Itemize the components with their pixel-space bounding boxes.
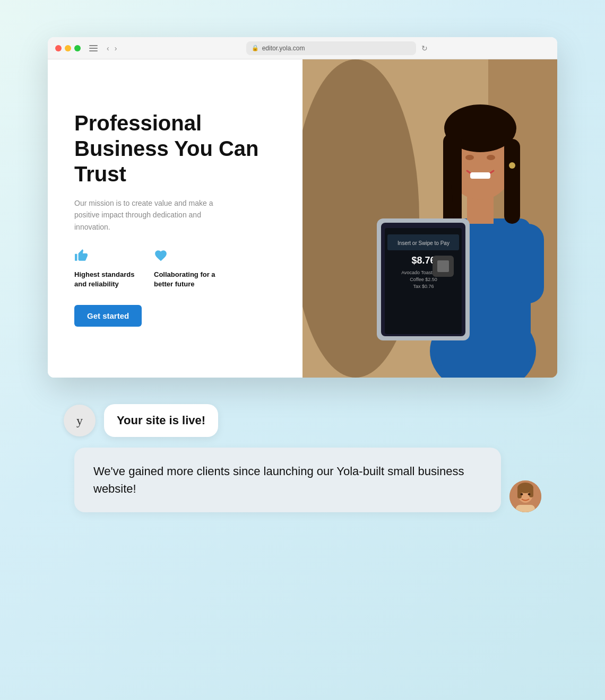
forward-button[interactable]: › — [113, 44, 119, 52]
nav-arrows: ‹ › — [105, 44, 118, 52]
chat-bubble-2: We've gained more clients since launchin… — [74, 448, 501, 512]
chat-bubble-2-text: We've gained more clients since launchin… — [93, 465, 464, 495]
get-started-button[interactable]: Get started — [74, 305, 142, 327]
address-bar-container: 🔒 editor.yola.com ↻ — [124, 41, 550, 55]
hero-subtitle: Our mission is to create value and make … — [74, 197, 234, 233]
back-button[interactable]: ‹ — [105, 44, 111, 52]
url-text: editor.yola.com — [262, 45, 305, 52]
features-row: Highest standards and reliability Collab… — [74, 249, 276, 289]
svg-text:Tax          $0.76: Tax $0.76 — [413, 284, 434, 289]
minimize-button[interactable] — [65, 45, 71, 51]
close-button[interactable] — [55, 45, 62, 51]
feature-2: Collaborating for a better future — [154, 249, 218, 289]
svg-point-13 — [487, 155, 495, 160]
svg-rect-29 — [437, 260, 449, 272]
svg-text:$8.76: $8.76 — [411, 255, 435, 266]
chat-row-2: We've gained more clients since launchin… — [74, 448, 541, 512]
svg-point-35 — [521, 493, 523, 495]
svg-point-36 — [528, 493, 531, 495]
svg-text:Coffee       $2.50: Coffee $2.50 — [410, 277, 437, 282]
chat-row-1: y Your site is live! — [64, 404, 541, 437]
sidebar-toggle-button[interactable] — [89, 45, 98, 51]
thumbs-up-icon — [74, 249, 138, 266]
feature-1: Highest standards and reliability — [74, 249, 138, 289]
chat-bubble-1-text: Your site is live! — [117, 414, 205, 427]
svg-rect-17 — [509, 224, 544, 303]
page-container: ‹ › 🔒 editor.yola.com ↻ Professional Bus… — [37, 37, 568, 663]
chat-section: y Your site is live! We've gained more c… — [48, 393, 557, 523]
svg-rect-34 — [529, 488, 533, 497]
feature-1-label: Highest standards and reliability — [74, 270, 138, 289]
svg-rect-10 — [504, 139, 520, 224]
svg-text:Insert or Swipe to Pay: Insert or Swipe to Pay — [397, 240, 450, 246]
hero-title: Professional Business You Can Trust — [74, 110, 276, 187]
website-content: Professional Business You Can Trust Our … — [48, 59, 557, 378]
user-avatar — [509, 480, 541, 512]
svg-point-12 — [465, 155, 474, 160]
svg-rect-33 — [517, 488, 522, 498]
svg-point-15 — [509, 162, 515, 169]
website-left-panel: Professional Business You Can Trust Our … — [48, 59, 302, 378]
address-bar[interactable]: 🔒 editor.yola.com — [246, 41, 416, 55]
feature-2-label: Collaborating for a better future — [154, 270, 218, 289]
browser-toolbar: ‹ › 🔒 editor.yola.com ↻ — [48, 37, 557, 59]
svg-rect-14 — [470, 172, 490, 179]
browser-window: ‹ › 🔒 editor.yola.com ↻ Professional Bus… — [48, 37, 557, 378]
website-right-panel: Insert or Swipe to Pay $8.76 Avocado Toa… — [302, 59, 557, 378]
maximize-button[interactable] — [74, 45, 81, 51]
svg-rect-37 — [516, 505, 535, 512]
yola-avatar: y — [64, 405, 96, 436]
yola-letter: y — [76, 414, 83, 428]
heart-icon — [154, 249, 218, 266]
reload-button[interactable]: ↻ — [421, 44, 428, 52]
traffic-lights — [55, 45, 81, 51]
lock-icon: 🔒 — [252, 45, 259, 51]
chat-bubble-1: Your site is live! — [104, 404, 218, 437]
